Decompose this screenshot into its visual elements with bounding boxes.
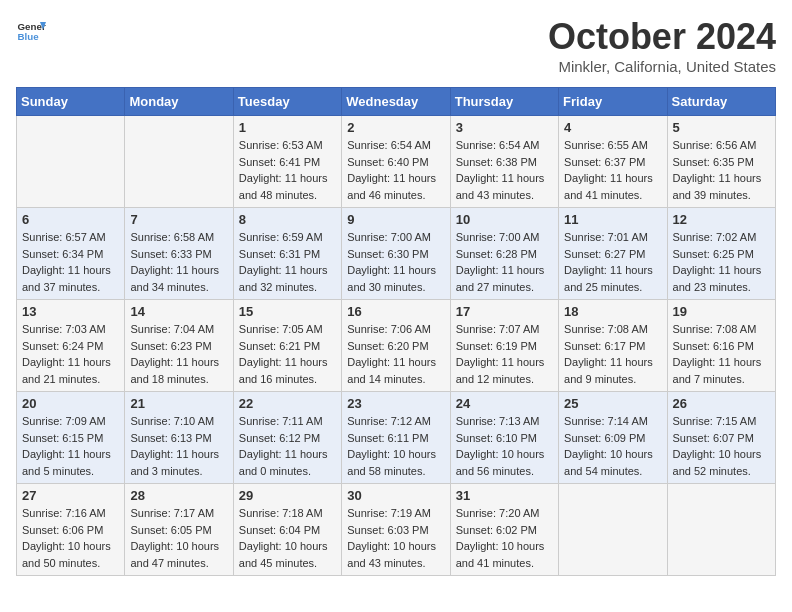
day-info: Sunrise: 6:53 AMSunset: 6:41 PMDaylight:… bbox=[239, 137, 336, 203]
calendar-cell: 31Sunrise: 7:20 AMSunset: 6:02 PMDayligh… bbox=[450, 484, 558, 576]
calendar-cell bbox=[17, 116, 125, 208]
calendar-cell: 1Sunrise: 6:53 AMSunset: 6:41 PMDaylight… bbox=[233, 116, 341, 208]
day-number: 26 bbox=[673, 396, 770, 411]
calendar-table: SundayMondayTuesdayWednesdayThursdayFrid… bbox=[16, 87, 776, 576]
day-number: 3 bbox=[456, 120, 553, 135]
day-number: 11 bbox=[564, 212, 661, 227]
calendar-cell bbox=[667, 484, 775, 576]
calendar-cell: 14Sunrise: 7:04 AMSunset: 6:23 PMDayligh… bbox=[125, 300, 233, 392]
svg-text:Blue: Blue bbox=[18, 31, 40, 42]
day-number: 12 bbox=[673, 212, 770, 227]
calendar-cell: 7Sunrise: 6:58 AMSunset: 6:33 PMDaylight… bbox=[125, 208, 233, 300]
day-info: Sunrise: 6:56 AMSunset: 6:35 PMDaylight:… bbox=[673, 137, 770, 203]
day-info: Sunrise: 6:59 AMSunset: 6:31 PMDaylight:… bbox=[239, 229, 336, 295]
day-number: 17 bbox=[456, 304, 553, 319]
calendar-week-row: 13Sunrise: 7:03 AMSunset: 6:24 PMDayligh… bbox=[17, 300, 776, 392]
day-info: Sunrise: 7:08 AMSunset: 6:16 PMDaylight:… bbox=[673, 321, 770, 387]
weekday-header-wednesday: Wednesday bbox=[342, 88, 450, 116]
weekday-header-tuesday: Tuesday bbox=[233, 88, 341, 116]
day-info: Sunrise: 7:06 AMSunset: 6:20 PMDaylight:… bbox=[347, 321, 444, 387]
calendar-cell: 20Sunrise: 7:09 AMSunset: 6:15 PMDayligh… bbox=[17, 392, 125, 484]
logo-icon: General Blue bbox=[16, 16, 46, 46]
calendar-cell: 15Sunrise: 7:05 AMSunset: 6:21 PMDayligh… bbox=[233, 300, 341, 392]
day-number: 13 bbox=[22, 304, 119, 319]
calendar-cell: 3Sunrise: 6:54 AMSunset: 6:38 PMDaylight… bbox=[450, 116, 558, 208]
day-info: Sunrise: 7:05 AMSunset: 6:21 PMDaylight:… bbox=[239, 321, 336, 387]
day-number: 2 bbox=[347, 120, 444, 135]
calendar-cell: 19Sunrise: 7:08 AMSunset: 6:16 PMDayligh… bbox=[667, 300, 775, 392]
calendar-cell: 13Sunrise: 7:03 AMSunset: 6:24 PMDayligh… bbox=[17, 300, 125, 392]
day-info: Sunrise: 7:18 AMSunset: 6:04 PMDaylight:… bbox=[239, 505, 336, 571]
day-number: 10 bbox=[456, 212, 553, 227]
day-number: 1 bbox=[239, 120, 336, 135]
day-info: Sunrise: 7:07 AMSunset: 6:19 PMDaylight:… bbox=[456, 321, 553, 387]
calendar-cell: 23Sunrise: 7:12 AMSunset: 6:11 PMDayligh… bbox=[342, 392, 450, 484]
calendar-cell: 16Sunrise: 7:06 AMSunset: 6:20 PMDayligh… bbox=[342, 300, 450, 392]
day-number: 5 bbox=[673, 120, 770, 135]
calendar-cell: 4Sunrise: 6:55 AMSunset: 6:37 PMDaylight… bbox=[559, 116, 667, 208]
calendar-week-row: 20Sunrise: 7:09 AMSunset: 6:15 PMDayligh… bbox=[17, 392, 776, 484]
day-number: 30 bbox=[347, 488, 444, 503]
day-info: Sunrise: 7:08 AMSunset: 6:17 PMDaylight:… bbox=[564, 321, 661, 387]
day-number: 7 bbox=[130, 212, 227, 227]
location: Minkler, California, United States bbox=[548, 58, 776, 75]
day-number: 16 bbox=[347, 304, 444, 319]
calendar-week-row: 1Sunrise: 6:53 AMSunset: 6:41 PMDaylight… bbox=[17, 116, 776, 208]
day-info: Sunrise: 7:15 AMSunset: 6:07 PMDaylight:… bbox=[673, 413, 770, 479]
day-number: 23 bbox=[347, 396, 444, 411]
day-number: 6 bbox=[22, 212, 119, 227]
day-number: 15 bbox=[239, 304, 336, 319]
title-block: October 2024 Minkler, California, United… bbox=[548, 16, 776, 75]
day-info: Sunrise: 7:11 AMSunset: 6:12 PMDaylight:… bbox=[239, 413, 336, 479]
calendar-cell: 21Sunrise: 7:10 AMSunset: 6:13 PMDayligh… bbox=[125, 392, 233, 484]
day-number: 20 bbox=[22, 396, 119, 411]
calendar-cell: 10Sunrise: 7:00 AMSunset: 6:28 PMDayligh… bbox=[450, 208, 558, 300]
page-header: General Blue October 2024 Minkler, Calif… bbox=[16, 16, 776, 75]
day-info: Sunrise: 7:09 AMSunset: 6:15 PMDaylight:… bbox=[22, 413, 119, 479]
logo: General Blue bbox=[16, 16, 46, 46]
day-info: Sunrise: 7:03 AMSunset: 6:24 PMDaylight:… bbox=[22, 321, 119, 387]
month-title: October 2024 bbox=[548, 16, 776, 58]
day-info: Sunrise: 7:02 AMSunset: 6:25 PMDaylight:… bbox=[673, 229, 770, 295]
day-info: Sunrise: 6:54 AMSunset: 6:40 PMDaylight:… bbox=[347, 137, 444, 203]
calendar-cell: 24Sunrise: 7:13 AMSunset: 6:10 PMDayligh… bbox=[450, 392, 558, 484]
calendar-cell bbox=[125, 116, 233, 208]
day-info: Sunrise: 7:04 AMSunset: 6:23 PMDaylight:… bbox=[130, 321, 227, 387]
day-info: Sunrise: 7:13 AMSunset: 6:10 PMDaylight:… bbox=[456, 413, 553, 479]
calendar-cell: 11Sunrise: 7:01 AMSunset: 6:27 PMDayligh… bbox=[559, 208, 667, 300]
day-number: 14 bbox=[130, 304, 227, 319]
calendar-cell: 26Sunrise: 7:15 AMSunset: 6:07 PMDayligh… bbox=[667, 392, 775, 484]
day-info: Sunrise: 7:10 AMSunset: 6:13 PMDaylight:… bbox=[130, 413, 227, 479]
day-info: Sunrise: 6:57 AMSunset: 6:34 PMDaylight:… bbox=[22, 229, 119, 295]
day-info: Sunrise: 7:01 AMSunset: 6:27 PMDaylight:… bbox=[564, 229, 661, 295]
calendar-cell: 22Sunrise: 7:11 AMSunset: 6:12 PMDayligh… bbox=[233, 392, 341, 484]
calendar-header-row: SundayMondayTuesdayWednesdayThursdayFrid… bbox=[17, 88, 776, 116]
day-info: Sunrise: 7:20 AMSunset: 6:02 PMDaylight:… bbox=[456, 505, 553, 571]
weekday-header-friday: Friday bbox=[559, 88, 667, 116]
day-info: Sunrise: 7:00 AMSunset: 6:30 PMDaylight:… bbox=[347, 229, 444, 295]
calendar-cell: 9Sunrise: 7:00 AMSunset: 6:30 PMDaylight… bbox=[342, 208, 450, 300]
calendar-cell: 28Sunrise: 7:17 AMSunset: 6:05 PMDayligh… bbox=[125, 484, 233, 576]
calendar-cell bbox=[559, 484, 667, 576]
weekday-header-sunday: Sunday bbox=[17, 88, 125, 116]
day-info: Sunrise: 6:54 AMSunset: 6:38 PMDaylight:… bbox=[456, 137, 553, 203]
day-number: 24 bbox=[456, 396, 553, 411]
day-number: 18 bbox=[564, 304, 661, 319]
day-number: 4 bbox=[564, 120, 661, 135]
day-info: Sunrise: 7:00 AMSunset: 6:28 PMDaylight:… bbox=[456, 229, 553, 295]
calendar-cell: 17Sunrise: 7:07 AMSunset: 6:19 PMDayligh… bbox=[450, 300, 558, 392]
day-number: 25 bbox=[564, 396, 661, 411]
day-number: 19 bbox=[673, 304, 770, 319]
day-number: 8 bbox=[239, 212, 336, 227]
day-number: 31 bbox=[456, 488, 553, 503]
calendar-cell: 27Sunrise: 7:16 AMSunset: 6:06 PMDayligh… bbox=[17, 484, 125, 576]
weekday-header-monday: Monday bbox=[125, 88, 233, 116]
calendar-cell: 25Sunrise: 7:14 AMSunset: 6:09 PMDayligh… bbox=[559, 392, 667, 484]
day-number: 27 bbox=[22, 488, 119, 503]
calendar-week-row: 6Sunrise: 6:57 AMSunset: 6:34 PMDaylight… bbox=[17, 208, 776, 300]
day-number: 21 bbox=[130, 396, 227, 411]
day-info: Sunrise: 7:17 AMSunset: 6:05 PMDaylight:… bbox=[130, 505, 227, 571]
day-info: Sunrise: 7:14 AMSunset: 6:09 PMDaylight:… bbox=[564, 413, 661, 479]
day-number: 28 bbox=[130, 488, 227, 503]
day-info: Sunrise: 6:55 AMSunset: 6:37 PMDaylight:… bbox=[564, 137, 661, 203]
